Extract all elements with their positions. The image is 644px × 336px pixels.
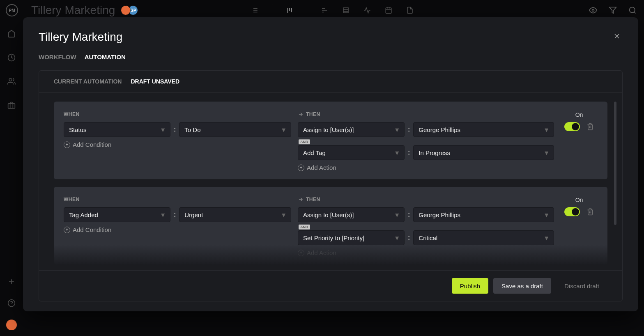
action-type-value: Add Tag: [303, 149, 326, 156]
modal-footer: Publish Save as a draft Discard draft: [39, 270, 622, 301]
svg-marker-20: [610, 7, 616, 14]
help-icon[interactable]: [7, 298, 16, 308]
trash-icon[interactable]: [586, 208, 594, 216]
arrow-right-icon: [298, 111, 304, 117]
sidebar-profile-avatar[interactable]: [6, 320, 17, 330]
briefcase-icon[interactable]: [7, 100, 16, 110]
board-view-icon[interactable]: [285, 6, 294, 14]
rule-toggle[interactable]: [564, 207, 580, 216]
panel-tab-current[interactable]: CURRENT AUTOMATION: [54, 78, 122, 85]
chevron-down-icon: ▼: [394, 126, 400, 133]
add-action-button[interactable]: + Add Action: [298, 164, 554, 171]
action-type-dropdown[interactable]: Set Priority to [Priority] ▼: [298, 230, 405, 245]
plus-circle-icon: +: [64, 141, 70, 148]
when-section: WHEN Tag Added ▼ : Urgent ▼ +: [64, 197, 291, 256]
sheet-view-icon[interactable]: [342, 6, 350, 14]
discard-draft-button[interactable]: Discard draft: [556, 278, 607, 294]
trigger-value: To Do: [184, 126, 200, 133]
action-value: Critical: [419, 234, 437, 241]
action-value-dropdown[interactable]: George Phillips ▼: [413, 122, 554, 137]
scroll-track[interactable]: [614, 102, 616, 225]
chevron-down-icon: ▼: [543, 149, 550, 156]
filter-icon[interactable]: [609, 6, 617, 14]
tab-workflow[interactable]: WORKFLOW: [39, 53, 76, 60]
bg-avatar-stack: GP: [123, 5, 138, 15]
trash-icon[interactable]: [586, 123, 594, 130]
activity-view-icon[interactable]: [363, 6, 371, 14]
search-icon[interactable]: [628, 6, 637, 14]
chevron-down-icon: ▼: [394, 211, 400, 218]
arrow-right-icon: [298, 197, 304, 202]
trigger-field-dropdown[interactable]: Tag Added ▼: [64, 207, 170, 222]
trigger-field-dropdown[interactable]: Status ▼: [64, 122, 170, 137]
trigger-value-dropdown[interactable]: Urgent ▼: [179, 207, 291, 222]
add-condition-label: Add Condition: [73, 141, 111, 148]
add-condition-label: Add Condition: [73, 226, 111, 233]
automation-modal: Tillery Marketing WORKFLOW AUTOMATION CU…: [23, 17, 638, 311]
plus-icon[interactable]: [7, 277, 16, 287]
save-draft-button[interactable]: Save as a draft: [493, 278, 551, 294]
publish-button[interactable]: Publish: [452, 278, 488, 294]
calendar-view-icon[interactable]: [384, 6, 393, 14]
modal-tabs: WORKFLOW AUTOMATION: [39, 53, 623, 60]
when-label: WHEN: [64, 111, 291, 117]
action-type-value: Assign to [User(s)]: [303, 126, 354, 133]
trigger-field-value: Tag Added: [69, 211, 98, 218]
rule-card: WHEN Status ▼ : To Do ▼ +: [54, 102, 607, 179]
then-section: THEN Assign to [User(s)] ▼ : George Phil…: [298, 197, 554, 256]
app-logo[interactable]: PM: [6, 4, 18, 16]
chevron-down-icon: ▼: [543, 234, 550, 241]
trigger-field-value: Status: [69, 126, 87, 133]
modal-title: Tillery Marketing: [39, 30, 122, 44]
chevron-down-icon: ▼: [543, 126, 550, 133]
action-value-dropdown[interactable]: Critical ▼: [413, 230, 554, 245]
plus-circle-icon: +: [64, 227, 70, 233]
rule-toggle[interactable]: [564, 122, 580, 131]
action-type-dropdown[interactable]: Assign to [User(s)] ▼: [298, 122, 405, 137]
add-action-button[interactable]: + Add Action: [298, 249, 554, 256]
svg-point-19: [592, 9, 594, 12]
colon-separator: :: [408, 211, 410, 218]
bg-project-title: Tillery Marketing: [31, 4, 115, 17]
colon-separator: :: [408, 149, 410, 156]
add-condition-button[interactable]: + Add Condition: [64, 141, 291, 148]
svg-rect-25: [8, 104, 15, 109]
when-label: WHEN: [64, 197, 291, 202]
action-type-dropdown[interactable]: Add Tag ▼: [298, 145, 405, 160]
gantt-view-icon[interactable]: [320, 6, 329, 14]
colon-separator: :: [174, 211, 176, 218]
action-type-value: Assign to [User(s)]: [303, 211, 354, 218]
svg-rect-12: [343, 8, 348, 13]
colon-separator: :: [174, 126, 176, 133]
then-label: THEN: [298, 197, 554, 202]
colon-separator: :: [408, 126, 410, 133]
and-badge: AND: [299, 225, 310, 229]
trigger-value: Urgent: [184, 211, 203, 218]
home-icon[interactable]: [7, 29, 16, 39]
toggle-label: On: [575, 197, 583, 203]
trigger-value-dropdown[interactable]: To Do ▼: [179, 122, 291, 137]
plus-circle-icon: +: [298, 165, 304, 171]
and-badge: AND: [299, 139, 310, 144]
users-icon[interactable]: [7, 76, 16, 86]
chevron-down-icon: ▼: [160, 126, 166, 133]
panel-tab-draft[interactable]: DRAFT UNSAVED: [131, 78, 179, 85]
file-view-icon[interactable]: [406, 6, 414, 14]
action-type-dropdown[interactable]: Assign to [User(s)] ▼: [298, 207, 405, 222]
chevron-down-icon: ▼: [394, 149, 400, 156]
eye-icon[interactable]: [589, 6, 597, 14]
tab-automation[interactable]: AUTOMATION: [85, 53, 126, 60]
rule-toggle-section: On: [561, 197, 598, 256]
plus-circle-icon: +: [298, 250, 304, 256]
action-value: George Phillips: [419, 126, 460, 133]
rule-toggle-section: On: [561, 111, 598, 171]
clock-icon[interactable]: [7, 53, 16, 63]
list-view-icon[interactable]: [251, 6, 259, 14]
chevron-down-icon: ▼: [281, 126, 287, 133]
close-icon[interactable]: [611, 30, 623, 42]
action-value-dropdown[interactable]: George Phillips ▼: [413, 207, 554, 222]
colon-separator: :: [408, 234, 410, 241]
rule-card: WHEN Tag Added ▼ : Urgent ▼ +: [54, 187, 607, 264]
action-value-dropdown[interactable]: In Progress ▼: [413, 145, 554, 160]
add-condition-button[interactable]: + Add Condition: [64, 226, 291, 233]
